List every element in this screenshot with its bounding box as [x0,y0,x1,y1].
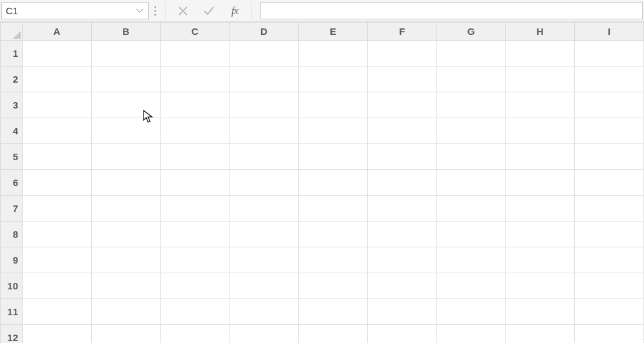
cell[interactable] [230,170,299,196]
cell[interactable] [506,144,575,170]
name-box-dropdown-icon[interactable] [135,6,144,16]
cell[interactable] [23,144,92,170]
enter-button[interactable] [196,0,222,21]
cell[interactable] [506,273,575,299]
row-header[interactable]: 8 [1,222,23,247]
row-header[interactable]: 4 [1,118,23,144]
name-box[interactable] [6,3,135,19]
cell[interactable] [230,299,299,325]
cell[interactable] [367,144,436,170]
formula-input[interactable] [264,3,638,19]
cell[interactable] [160,196,230,222]
cell[interactable] [23,67,92,92]
cell[interactable] [367,299,436,325]
kebab-icon[interactable] [149,0,162,21]
cell[interactable] [91,67,160,92]
cell[interactable] [299,325,368,344]
cell[interactable] [436,41,506,67]
cell[interactable] [299,144,368,170]
cell[interactable] [367,222,436,247]
cell[interactable] [299,299,368,325]
cell[interactable] [506,222,575,247]
cell[interactable] [230,67,299,92]
cell[interactable] [367,196,436,222]
cell[interactable] [230,144,299,170]
cell[interactable] [299,273,368,299]
row-header[interactable]: 9 [1,247,23,273]
cell[interactable] [91,170,160,196]
cell[interactable] [575,170,644,196]
cell[interactable] [160,67,230,92]
cell[interactable] [299,67,368,92]
cell[interactable] [91,92,160,118]
row-header[interactable]: 5 [1,144,23,170]
cell[interactable] [160,92,230,118]
cell[interactable] [230,273,299,299]
column-header[interactable]: D [230,23,299,41]
cell[interactable] [91,196,160,222]
cell[interactable] [575,144,644,170]
cell[interactable] [23,325,92,344]
column-header[interactable]: I [575,23,644,41]
row-header[interactable]: 6 [1,170,23,196]
cell[interactable] [230,41,299,67]
cancel-button[interactable] [170,0,196,21]
cell[interactable] [23,118,92,144]
cell[interactable] [506,67,575,92]
cell[interactable] [575,196,644,222]
cell[interactable] [299,170,368,196]
column-header[interactable]: H [506,23,575,41]
row-header[interactable]: 2 [1,67,23,92]
cell[interactable] [91,118,160,144]
cell[interactable] [160,222,230,247]
cell[interactable] [367,273,436,299]
cell[interactable] [91,273,160,299]
column-header[interactable]: A [23,23,92,41]
cell[interactable] [230,325,299,344]
cell[interactable] [23,222,92,247]
cell[interactable] [23,41,92,67]
cell[interactable] [23,273,92,299]
column-header[interactable]: G [436,23,506,41]
cell[interactable] [506,170,575,196]
cell[interactable] [367,92,436,118]
insert-function-button[interactable]: fx [222,0,248,21]
cell[interactable] [575,247,644,273]
cell[interactable] [230,92,299,118]
cell[interactable] [436,196,506,222]
cell[interactable] [91,325,160,344]
cell[interactable] [160,273,230,299]
cell[interactable] [230,196,299,222]
cell[interactable] [23,92,92,118]
cell[interactable] [23,299,92,325]
cell[interactable] [91,299,160,325]
cell[interactable] [23,247,92,273]
cell[interactable] [160,41,230,67]
cell[interactable] [506,299,575,325]
cell[interactable] [367,41,436,67]
cell[interactable] [506,247,575,273]
cell[interactable] [160,247,230,273]
cell[interactable] [436,273,506,299]
cell[interactable] [160,325,230,344]
cell[interactable] [160,144,230,170]
cell[interactable] [436,170,506,196]
cell[interactable] [91,144,160,170]
column-header[interactable]: E [299,23,368,41]
cell[interactable] [506,118,575,144]
cell[interactable] [575,299,644,325]
cell[interactable] [575,325,644,344]
cell[interactable] [299,41,368,67]
column-header[interactable]: F [367,23,436,41]
cell[interactable] [91,222,160,247]
cell[interactable] [230,118,299,144]
cell[interactable] [230,247,299,273]
row-header[interactable]: 12 [1,325,23,344]
cell[interactable] [575,41,644,67]
cell[interactable] [367,67,436,92]
cell[interactable] [230,222,299,247]
cell[interactable] [575,118,644,144]
cell[interactable] [299,118,368,144]
column-header[interactable]: C [160,23,230,41]
row-header[interactable]: 7 [1,196,23,222]
